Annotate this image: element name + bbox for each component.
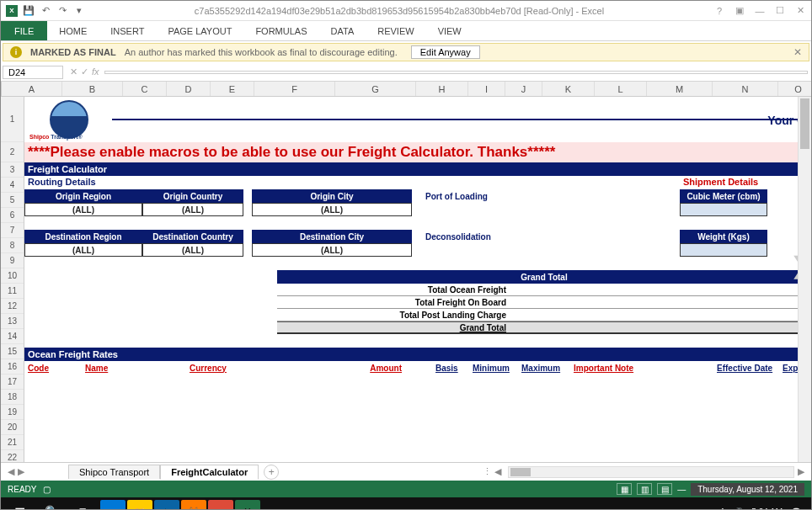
tab-next-icon[interactable]: ▶ xyxy=(18,466,24,477)
col-currency[interactable]: Currency xyxy=(190,364,277,373)
edit-anyway-button[interactable]: Edit Anyway xyxy=(411,45,480,59)
dest-city-value[interactable]: (ALL) xyxy=(252,243,412,257)
task-view-icon[interactable]: ⧉ xyxy=(68,500,99,510)
formula-input[interactable] xyxy=(104,71,808,74)
view-layout-icon[interactable]: ▥ xyxy=(637,483,652,495)
col-header-G[interactable]: G xyxy=(335,82,416,96)
row-header-18[interactable]: 18 xyxy=(1,390,24,405)
row-header-10[interactable]: 10 xyxy=(1,268,24,284)
name-box[interactable]: D24 xyxy=(3,66,63,79)
col-basis[interactable]: Basis xyxy=(435,364,473,373)
dest-country-value[interactable]: (ALL) xyxy=(142,243,243,257)
sound-icon[interactable]: 🔊 xyxy=(733,507,743,511)
firefox-icon[interactable]: 🦊 xyxy=(181,500,206,510)
enter-formula-icon[interactable]: ✓ xyxy=(81,66,88,77)
col-minimum[interactable]: Minimum xyxy=(473,364,521,373)
chrome-icon[interactable]: ◎ xyxy=(208,500,233,510)
col-header-F[interactable]: F xyxy=(254,82,335,96)
col-important-note[interactable]: Important Note xyxy=(574,364,675,373)
row-header-21[interactable]: 21 xyxy=(1,435,24,450)
tab-data[interactable]: DATA xyxy=(319,21,366,40)
tab-file[interactable]: FILE xyxy=(1,21,47,40)
horizontal-scrollbar[interactable]: ⋮ ◀ ▶ xyxy=(279,466,811,478)
tab-prev-icon[interactable]: ◀ xyxy=(8,466,14,477)
file-explorer-icon[interactable]: 📁 xyxy=(127,500,152,510)
row-header-16[interactable]: 16 xyxy=(1,359,24,375)
col-effective-date[interactable]: Effective Date xyxy=(717,364,783,373)
vertical-scrollbar[interactable] xyxy=(798,97,811,462)
view-pagebreak-icon[interactable]: ▤ xyxy=(657,483,672,495)
col-header-L[interactable]: L xyxy=(595,82,647,96)
row-header-1[interactable]: 1 xyxy=(1,97,24,142)
close-icon[interactable]: ✕ xyxy=(794,5,806,17)
tab-view[interactable]: VIEW xyxy=(426,21,473,40)
qat-dropdown-icon[interactable]: ▾ xyxy=(73,5,85,17)
row-header-22[interactable]: 22 xyxy=(1,450,24,462)
macro-record-icon[interactable]: ▢ xyxy=(43,485,51,494)
origin-country-value[interactable]: (ALL) xyxy=(142,203,243,216)
col-header-B[interactable]: B xyxy=(62,82,123,96)
row-header-7[interactable]: 7 xyxy=(1,223,24,238)
new-sheet-button[interactable]: + xyxy=(264,465,279,480)
tab-home[interactable]: HOME xyxy=(47,21,99,40)
dest-region-value[interactable]: (ALL) xyxy=(24,243,142,257)
origin-region-value[interactable]: (ALL) xyxy=(24,203,142,216)
cancel-formula-icon[interactable]: ✕ xyxy=(70,66,77,77)
row-header-19[interactable]: 19 xyxy=(1,405,24,420)
store-icon[interactable]: 🛍 xyxy=(154,500,179,510)
sheet-tab-freightcalc[interactable]: FreightCalculator xyxy=(160,465,259,480)
col-maximum[interactable]: Maximum xyxy=(521,364,574,373)
col-header-H[interactable]: H xyxy=(416,82,468,96)
row-header-3[interactable]: 3 xyxy=(1,162,24,178)
ribbon-options-icon[interactable]: ▣ xyxy=(734,5,745,17)
col-header-M[interactable]: M xyxy=(647,82,713,96)
start-button[interactable]: ⊞ xyxy=(4,500,35,510)
row-header-12[interactable]: 12 xyxy=(1,299,24,314)
sheet-content[interactable]: Shipco Transport® Your G ****Please enab… xyxy=(24,97,811,462)
tray-expand-icon[interactable]: ^ xyxy=(721,507,725,511)
tab-insert[interactable]: INSERT xyxy=(99,21,156,40)
sheet-tab-shipco[interactable]: Shipco Transport xyxy=(68,465,160,479)
row-header-8[interactable]: 8 xyxy=(1,238,24,253)
col-amount[interactable]: Amount xyxy=(277,364,402,373)
col-code[interactable]: Code xyxy=(24,364,85,373)
row-header-13[interactable]: 13 xyxy=(1,314,24,329)
cbm-input[interactable] xyxy=(680,203,767,216)
row-header-15[interactable]: 15 xyxy=(1,344,24,359)
col-header-D[interactable]: D xyxy=(167,82,211,96)
view-normal-icon[interactable]: ▦ xyxy=(617,483,632,495)
notifications-icon[interactable]: 💬 xyxy=(791,507,801,511)
maximize-icon[interactable]: ☐ xyxy=(774,5,786,17)
weight-input[interactable] xyxy=(680,243,767,257)
redo-icon[interactable]: ↷ xyxy=(56,5,68,17)
save-icon[interactable]: 💾 xyxy=(23,5,35,17)
search-icon[interactable]: 🔍 xyxy=(36,500,67,510)
tab-review[interactable]: REVIEW xyxy=(366,21,425,40)
row-header-17[interactable]: 17 xyxy=(1,375,24,390)
row-header-5[interactable]: 5 xyxy=(1,193,24,208)
row-header-14[interactable]: 14 xyxy=(1,329,24,344)
col-header-N[interactable]: N xyxy=(713,82,778,96)
row-header-9[interactable]: 9 xyxy=(1,253,24,268)
col-header-K[interactable]: K xyxy=(542,82,595,96)
col-header-J[interactable]: J xyxy=(505,82,542,96)
col-header-E[interactable]: E xyxy=(211,82,254,96)
help-icon[interactable]: ? xyxy=(713,5,725,17)
col-header-O[interactable]: O xyxy=(778,82,812,96)
tray-time[interactable]: 5:04 AM xyxy=(751,507,783,511)
row-header-4[interactable]: 4 xyxy=(1,178,24,193)
row-header-20[interactable]: 20 xyxy=(1,420,24,435)
col-header-I[interactable]: I xyxy=(468,82,505,96)
tab-page-layout[interactable]: PAGE LAYOUT xyxy=(156,21,243,40)
edge-icon[interactable]: e xyxy=(100,500,126,510)
col-header-A[interactable]: A xyxy=(2,82,62,96)
minimize-icon[interactable]: — xyxy=(754,5,766,17)
col-header-C[interactable]: C xyxy=(123,82,167,96)
tab-formulas[interactable]: FORMULAS xyxy=(243,21,318,40)
origin-city-value[interactable]: (ALL) xyxy=(252,203,412,216)
zoom-out-icon[interactable]: — xyxy=(677,485,686,494)
col-name[interactable]: Name xyxy=(85,364,190,373)
row-header-6[interactable]: 6 xyxy=(1,208,24,223)
fx-icon[interactable]: fx xyxy=(92,66,99,77)
row-header-11[interactable]: 11 xyxy=(1,284,24,299)
